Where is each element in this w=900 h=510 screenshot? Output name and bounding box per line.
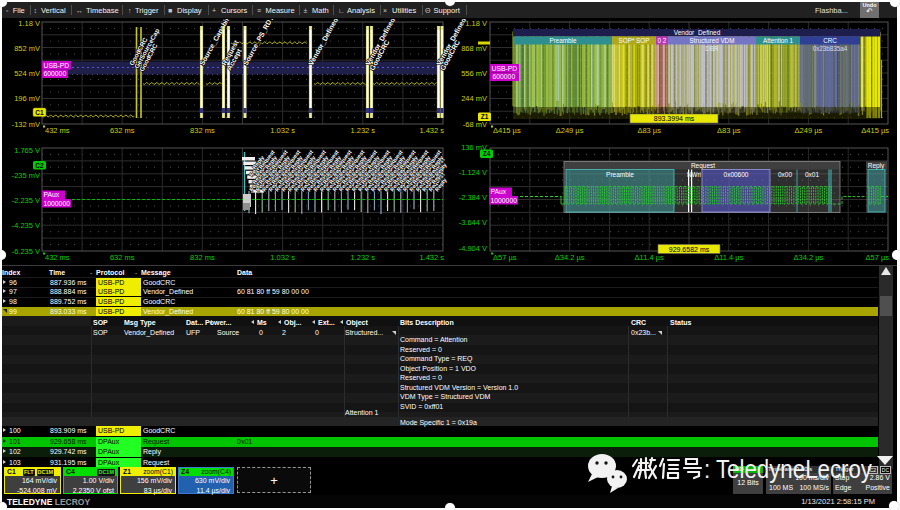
svg-text:: TeledyneLecroy: : TeledyneLecroy [704, 454, 872, 484]
